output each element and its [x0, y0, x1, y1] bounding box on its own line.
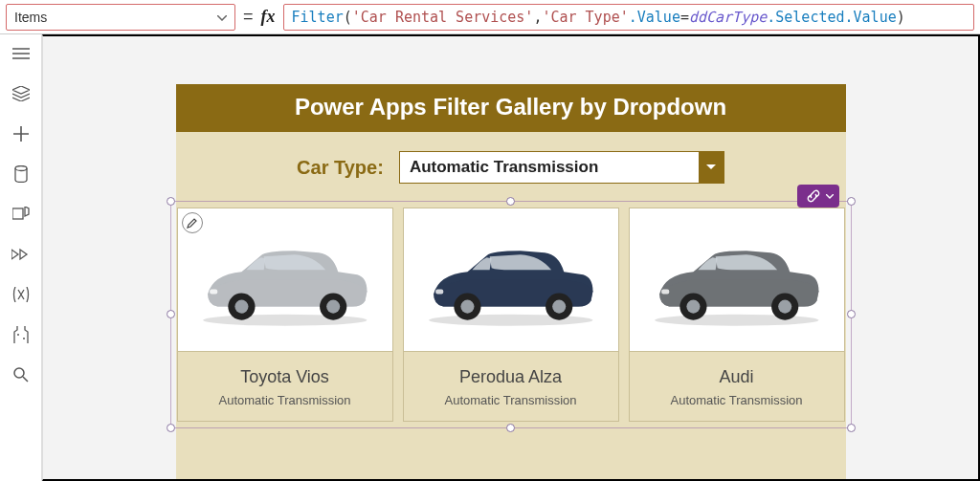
link-icon	[807, 189, 820, 203]
card-title: Audi	[719, 367, 753, 387]
formula-bar[interactable]: Filter('Car Rental Services','Car Type'.…	[283, 4, 974, 31]
svg-point-7	[326, 300, 340, 314]
svg-rect-20	[661, 290, 669, 295]
card-subtitle: Automatic Transmission	[445, 393, 577, 407]
hamburger-icon[interactable]	[10, 44, 33, 63]
filter-row: Car Type: Automatic Transmission	[176, 132, 846, 201]
plus-icon[interactable]	[10, 124, 33, 143]
resize-handle[interactable]	[167, 310, 175, 318]
tools-icon[interactable]	[10, 325, 33, 344]
svg-point-2	[14, 368, 24, 378]
resize-handle[interactable]	[167, 197, 175, 206]
chevron-down-icon	[826, 194, 834, 199]
gallery-selection[interactable]: Toyota Vios Automatic Transmission Perod…	[170, 201, 852, 428]
formula-func: Filter	[292, 9, 344, 26]
card-title: Toyota Vios	[240, 367, 329, 387]
chevron-down-icon	[217, 11, 227, 24]
svg-point-19	[778, 300, 791, 314]
svg-point-13	[552, 300, 566, 314]
data-icon[interactable]	[10, 164, 33, 184]
variables-icon[interactable]	[10, 285, 33, 304]
resize-handle[interactable]	[167, 424, 175, 432]
filter-label: Car Type:	[297, 157, 384, 179]
left-nav-rail	[0, 34, 42, 481]
resize-handle[interactable]	[847, 310, 856, 318]
gallery-card[interactable]: Perodua Alza Automatic Transmission	[403, 208, 619, 422]
flows-icon[interactable]	[10, 245, 33, 264]
resize-handle[interactable]	[847, 197, 856, 206]
car-image	[404, 208, 618, 352]
dropdown-value: Automatic Transmission	[400, 158, 699, 177]
svg-point-5	[234, 300, 248, 314]
svg-point-0	[15, 166, 27, 171]
card-subtitle: Automatic Transmission	[671, 393, 803, 407]
car-image	[630, 208, 844, 352]
property-selector[interactable]: Items	[6, 4, 235, 31]
media-icon[interactable]	[10, 205, 33, 224]
car-type-dropdown[interactable]: Automatic Transmission	[399, 151, 724, 184]
property-selector-value: Items	[14, 10, 47, 25]
dropdown-chevron-icon[interactable]	[699, 152, 724, 183]
svg-point-11	[460, 300, 474, 314]
resize-handle[interactable]	[847, 424, 856, 432]
svg-rect-14	[435, 290, 443, 295]
car-image	[178, 208, 392, 352]
gallery[interactable]: Toyota Vios Automatic Transmission Perod…	[177, 208, 845, 422]
equals-sign: =	[243, 7, 254, 27]
formula-var: ddCarType	[689, 9, 767, 26]
resize-handle[interactable]	[506, 424, 515, 432]
app-title: Power Apps Filter Gallery by Dropdown	[176, 84, 846, 132]
search-icon[interactable]	[10, 365, 33, 384]
layers-icon[interactable]	[10, 84, 33, 103]
resize-handle[interactable]	[506, 197, 515, 206]
svg-rect-1	[12, 208, 23, 219]
formula-arg1: 'Car Rental Services'	[352, 9, 534, 26]
svg-rect-8	[210, 290, 217, 295]
svg-point-17	[686, 300, 700, 314]
app-screen: Power Apps Filter Gallery by Dropdown Ca…	[176, 84, 846, 479]
fx-icon: fx	[261, 7, 276, 27]
canvas[interactable]: Power Apps Filter Gallery by Dropdown Ca…	[42, 34, 980, 481]
gallery-card[interactable]: Audi Automatic Transmission	[629, 208, 845, 422]
formula-arg2-left: 'Car Type'	[542, 9, 628, 26]
card-title: Perodua Alza	[459, 367, 562, 387]
formula-toolbar: Items = fx Filter('Car Rental Services',…	[0, 0, 980, 34]
gallery-card[interactable]: Toyota Vios Automatic Transmission	[177, 208, 393, 422]
card-subtitle: Automatic Transmission	[219, 393, 351, 407]
edit-template-icon[interactable]	[182, 212, 203, 233]
gallery-action-pill[interactable]	[797, 185, 839, 208]
